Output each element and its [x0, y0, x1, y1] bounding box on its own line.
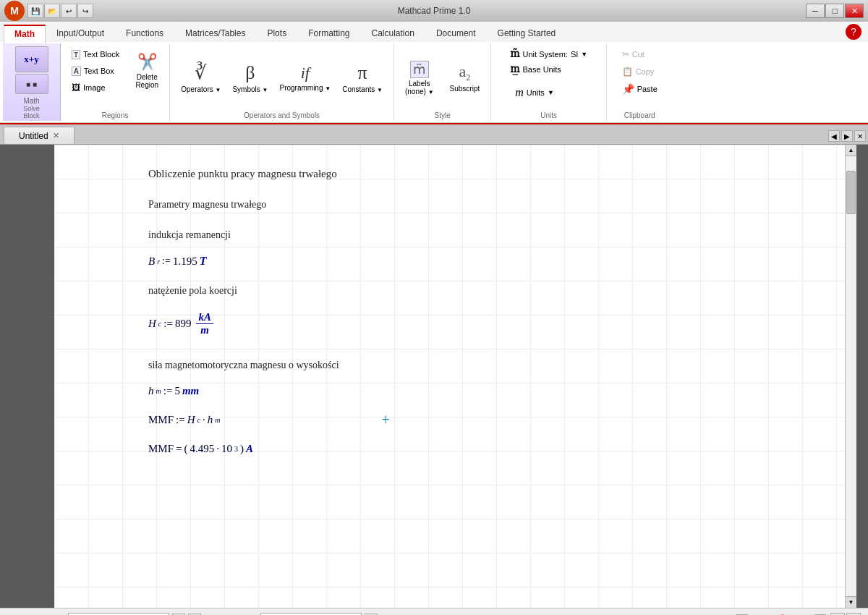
programming-button[interactable]: if Programming ▼	[274, 53, 336, 102]
plus-crosshair[interactable]: +	[381, 412, 389, 428]
undo-button[interactable]: ↩	[61, 4, 77, 18]
mmf-hm: h	[208, 414, 213, 426]
br-value: 1.195	[173, 255, 197, 268]
tab-input-output[interactable]: Input/Output	[46, 23, 115, 42]
solve-block-area: ■ ■	[15, 74, 48, 94]
maximize-button[interactable]: □	[825, 4, 844, 18]
window-title-bar: M 💾 📂 ↩ ↪ Mathcad Prime 1.0 ─ □ ✕	[0, 0, 868, 22]
delete-region-label: DeleteRegion	[135, 73, 158, 89]
tab-math[interactable]: Math	[4, 25, 46, 43]
hc-numerator: kA	[196, 311, 213, 324]
document-tab-untitled[interactable]: Untitled ✕	[4, 127, 75, 144]
text-block-label: Text Block	[83, 50, 119, 59]
operators-icon: ∛	[195, 62, 207, 84]
hc-var: H	[148, 318, 156, 330]
formula-hc[interactable]: Hc := 899 kA m	[148, 311, 787, 336]
labels-icon: m̃	[410, 59, 429, 78]
ribbon-group-math: x+y ■ ■ Math SolveBlock	[3, 43, 61, 121]
hc-assign-op: :=	[163, 318, 173, 330]
hm-var: h	[148, 385, 154, 397]
symbols-button[interactable]: β Symbols ▼	[227, 53, 273, 102]
hm-value: 5	[174, 385, 180, 397]
document-area: Obliczenie punktu pracy magnesu trwałego…	[54, 145, 845, 608]
regions-content: T Text Block A Text Box 🖼 Image ✂️	[67, 45, 163, 110]
tab-plots[interactable]: Plots	[256, 23, 297, 42]
view-normal-button[interactable]: ▦	[830, 613, 845, 616]
labels-button[interactable]: m̃ Labels(none) ▼	[400, 53, 439, 102]
copy-button[interactable]: 📋 Copy	[617, 64, 660, 80]
scroll-up-button[interactable]: ▲	[846, 145, 856, 156]
text-box-button[interactable]: A Text Box	[67, 63, 124, 79]
operators-label: Operators ▼	[181, 85, 221, 93]
tab-scroll-left[interactable]: ◀	[828, 130, 840, 142]
delete-region-button[interactable]: ✂️ DeleteRegion	[130, 46, 163, 96]
find-input[interactable]	[68, 613, 169, 616]
replace-input[interactable]	[260, 613, 362, 616]
constants-icon: π	[358, 62, 367, 84]
redo-button[interactable]: ↪	[77, 4, 93, 18]
doc-sila-label: siła magnetomotoryczna magnesu o wysokoś…	[148, 358, 787, 373]
status-right: 130% – + ▦ ≡	[712, 613, 861, 616]
view-list-button[interactable]: ≡	[846, 613, 861, 616]
undo-redo-group: 💾 📂 ↩ ↪	[27, 4, 93, 18]
find-section: Find: ◀ ▶	[47, 613, 200, 616]
labels-label: Labels(none) ▼	[405, 80, 434, 96]
cut-button[interactable]: ✂ Cut	[617, 46, 650, 62]
ribbon-group-clipboard: ✂ Cut 📋 Copy 📌 Paste Clipboard	[607, 43, 672, 121]
math-group-content: x+y ■ ■	[15, 45, 48, 96]
image-button[interactable]: 🖼 Image	[67, 80, 124, 96]
close-button[interactable]: ✕	[845, 4, 864, 18]
doc-natezenie-label: natężenie pola koercji	[148, 284, 787, 298]
hm-assign-op: :=	[163, 385, 173, 397]
operators-button[interactable]: ∛ Operators ▼	[176, 53, 226, 102]
tab-formatting[interactable]: Formatting	[297, 23, 360, 42]
hm-unit: mm	[182, 385, 199, 397]
replace-section: Replace with: ▶	[210, 613, 378, 616]
hc-denominator: m	[198, 324, 211, 336]
document-tab-bar: Untitled ✕ ◀ ▶ ✕	[0, 124, 868, 145]
unit-system-dropdown[interactable]: ▼	[581, 51, 587, 58]
units-content: m̃ Unit System: SI ▼ m̲ Base Units m Uni…	[510, 45, 587, 110]
text-block-button[interactable]: T Text Block	[67, 46, 124, 62]
minimize-button[interactable]: ─	[806, 4, 825, 18]
constants-button[interactable]: π Constants ▼	[337, 53, 388, 102]
ribbon-body: x+y ■ ■ Math SolveBlock T	[0, 42, 868, 123]
formula-mmf-assign[interactable]: MMF := Hc · hm +	[148, 412, 787, 428]
tab-scroll-right[interactable]: ▶	[841, 130, 853, 142]
units-icon: m	[515, 86, 524, 99]
tab-getting-started[interactable]: Getting Started	[487, 23, 567, 42]
tab-close-doc[interactable]: ✕	[854, 130, 866, 142]
help-button[interactable]: ?	[846, 24, 861, 40]
copy-label: Copy	[636, 67, 655, 76]
solve-button[interactable]: ■ ■	[15, 74, 48, 94]
mmf-dot: ·	[203, 414, 205, 426]
math-button[interactable]: x+y	[15, 46, 48, 72]
formula-mmf-result[interactable]: MMF = ( 4.495 · 103 ) A	[148, 443, 787, 455]
mmf-var: MMF	[148, 414, 174, 426]
tab-document[interactable]: Document	[425, 23, 487, 42]
br-unit: T	[200, 255, 207, 268]
base-units-label[interactable]: Base Units	[523, 65, 561, 74]
tab-functions[interactable]: Functions	[115, 23, 174, 42]
subscript-button[interactable]: a2 Subscript	[445, 53, 485, 102]
open-button[interactable]: 📂	[44, 4, 60, 18]
formula-hm[interactable]: hm := 5 mm	[148, 385, 787, 397]
copy-icon: 📋	[622, 67, 633, 77]
status-bar: 1 / 1 Find: ◀ ▶ Replace with: ▶ Options …	[0, 608, 868, 615]
solve-label: SolveBlock	[23, 105, 40, 119]
document-tab-close[interactable]: ✕	[53, 131, 59, 140]
tab-matrices-tables[interactable]: Matrices/Tables	[174, 23, 256, 42]
paste-button[interactable]: 📌 Paste	[617, 81, 663, 97]
save-button[interactable]: 💾	[27, 4, 43, 18]
text-block-icon: T	[72, 50, 80, 59]
units-button[interactable]: m Units ▼	[510, 80, 559, 106]
scroll-down-button[interactable]: ▼	[846, 596, 856, 608]
tab-calculation[interactable]: Calculation	[361, 23, 425, 42]
scroll-thumb[interactable]	[846, 171, 856, 214]
math-label: Math	[23, 97, 40, 105]
regions-buttons: T Text Block A Text Box 🖼 Image	[67, 46, 124, 96]
formula-br[interactable]: Br := 1.195 T	[148, 255, 787, 268]
base-units-row: m̲ Base Units	[510, 63, 561, 75]
main-area: Obliczenie punktu pracy magnesu trwałego…	[0, 145, 868, 608]
window-title: Mathcad Prime 1.0	[0, 6, 868, 16]
